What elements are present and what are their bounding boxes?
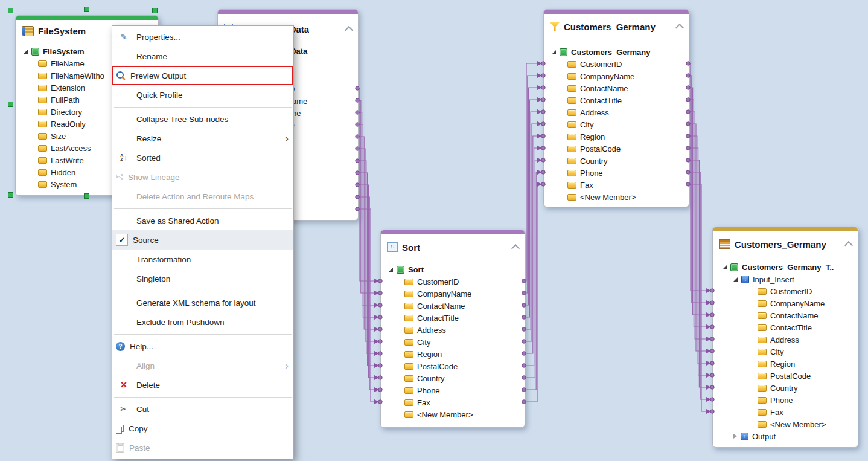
field-row[interactable]: City <box>758 346 858 358</box>
field-icon <box>38 85 47 91</box>
menu-item-copy[interactable]: Copy <box>112 419 293 438</box>
selection-handle[interactable] <box>84 193 89 199</box>
menu-item-source[interactable]: ✓Source <box>112 230 293 250</box>
collapse-chevron-icon[interactable] <box>345 26 353 34</box>
menu-item-cut[interactable]: Cut <box>112 399 293 419</box>
node-customers-germany-filter[interactable]: Customers_Germany Customers_Germany Cust… <box>543 9 689 207</box>
selection-handle[interactable] <box>84 7 89 12</box>
tree-root-row[interactable]: Customers_Germany <box>544 46 689 58</box>
field-row[interactable]: ContactName <box>404 300 525 312</box>
field-row[interactable]: CustomerID <box>758 285 858 297</box>
field-list: CustomerIDCompanyNameContactNameContactT… <box>381 276 525 421</box>
lineage-icon <box>116 174 123 180</box>
selection-handle[interactable] <box>152 8 158 13</box>
menu-item-quick-profile[interactable]: Quick Profile <box>112 85 293 105</box>
collapse-chevron-icon[interactable] <box>511 244 520 253</box>
field-row[interactable]: Phone <box>567 167 689 179</box>
connection-wire <box>524 76 538 293</box>
field-row[interactable]: Address <box>404 324 525 336</box>
menu-item-properties[interactable]: Properties... <box>112 27 293 47</box>
field-row[interactable]: <New Member> <box>758 418 858 430</box>
output-group-row[interactable]: ↑ Output <box>713 430 858 442</box>
field-row[interactable]: <New Member> <box>404 408 525 421</box>
field-row[interactable]: <New Member> <box>567 191 689 203</box>
input-group-row[interactable]: ↓ Input_Insert <box>713 273 858 285</box>
tree-root-row[interactable]: Customers_Germany_T.. <box>713 261 858 273</box>
menu-item-generate-xml-schema-for-layout[interactable]: Generate XML schema for layout <box>112 293 293 312</box>
field-row[interactable]: Region <box>758 358 858 370</box>
collapsed-triangle-icon[interactable] <box>733 434 737 439</box>
tree-root-row[interactable]: Sort <box>381 263 525 276</box>
field-row[interactable]: Country <box>404 372 525 384</box>
expanded-triangle-icon[interactable] <box>389 268 393 272</box>
field-row[interactable]: CompanyName <box>567 70 689 82</box>
expanded-triangle-icon[interactable] <box>24 50 28 54</box>
field-row[interactable]: Address <box>567 106 689 118</box>
menu-item-singleton[interactable]: Singleton <box>112 269 293 288</box>
menu-item-collapse-tree-sub-nodes[interactable]: Collapse Tree Sub-nodes <box>112 109 293 129</box>
connection-wire <box>688 124 707 351</box>
field-row[interactable]: ContactTitle <box>567 94 689 106</box>
field-row[interactable]: Fax <box>758 406 858 418</box>
field-icon <box>404 315 413 321</box>
menu-item-save-as-shared-action[interactable]: Save as Shared Action <box>112 211 293 230</box>
menu-item-help[interactable]: Help... <box>112 337 293 356</box>
menu-item-sorted[interactable]: Sorted <box>112 148 293 167</box>
menu-item-label: Help... <box>130 342 153 351</box>
selection-handle[interactable] <box>8 8 13 13</box>
field-row[interactable]: Country <box>567 155 689 167</box>
menu-item-transformation[interactable]: Transformation <box>112 250 293 269</box>
menu-item-delete[interactable]: Delete <box>112 375 293 395</box>
field-icon <box>38 109 47 115</box>
node-customers-germany-table[interactable]: Customers_Germany Customers_Germany_T.. … <box>712 227 858 448</box>
selection-handle[interactable] <box>8 102 13 107</box>
field-label: FullPath <box>51 95 80 105</box>
field-label: Region <box>417 350 442 359</box>
collapse-chevron-icon[interactable] <box>675 24 684 32</box>
node-sort[interactable]: ↑↓ Sort Sort CustomerIDCompanyNameContac… <box>380 230 525 428</box>
menu-item-preview-output[interactable]: Preview Output <box>112 66 293 85</box>
menu-item-resize[interactable]: Resize› <box>112 129 293 148</box>
field-icon <box>38 133 47 140</box>
field-row[interactable]: Phone <box>758 394 858 406</box>
field-icon <box>758 312 767 319</box>
field-row[interactable]: ContactTitle <box>758 321 858 334</box>
expanded-triangle-icon[interactable] <box>723 265 727 269</box>
field-row[interactable]: CustomerID <box>404 276 525 288</box>
field-row[interactable]: CompanyName <box>404 288 525 300</box>
collapse-chevron-icon[interactable] <box>844 241 853 250</box>
dataflow-canvas[interactable]: FileSystem FileSystem FileNameFileNameWi… <box>0 0 868 461</box>
field-row[interactable]: Country <box>758 382 858 394</box>
field-row[interactable]: PostalCode <box>567 143 689 155</box>
menu-item-rename[interactable]: Rename <box>112 47 293 66</box>
field-row[interactable]: ContactTitle <box>404 312 525 324</box>
field-icon <box>38 73 47 79</box>
field-row[interactable]: ContactName <box>567 82 689 94</box>
arrowhead-icon <box>374 399 379 404</box>
field-row[interactable]: Region <box>567 131 689 143</box>
field-row[interactable]: PostalCode <box>404 360 525 372</box>
expanded-triangle-icon[interactable] <box>552 50 556 54</box>
menu-item-exclude-from-pushdown[interactable]: Exclude from Pushdown <box>112 312 293 332</box>
field-row[interactable]: Region <box>404 348 525 360</box>
field-row[interactable]: CustomerID <box>567 58 689 70</box>
field-row[interactable]: Fax <box>567 179 689 191</box>
context-menu: Properties...RenamePreview OutputQuick P… <box>112 25 294 459</box>
selection-handle[interactable] <box>8 192 13 198</box>
connection-wire <box>357 197 375 390</box>
field-row[interactable]: City <box>404 336 525 348</box>
field-row[interactable]: CompanyName <box>758 297 858 309</box>
field-label: LastWrite <box>51 156 84 165</box>
field-label: ReadOnly <box>51 120 86 129</box>
field-row[interactable]: PostalCode <box>758 370 858 382</box>
menu-item-label: Delete <box>136 381 160 390</box>
field-row[interactable]: City <box>567 118 689 131</box>
field-row[interactable]: Fax <box>404 396 525 408</box>
connection-wire <box>688 112 707 339</box>
field-row[interactable]: ContactName <box>758 309 858 321</box>
field-row[interactable]: Phone <box>404 384 525 396</box>
expanded-triangle-icon[interactable] <box>733 277 738 282</box>
field-icon <box>404 387 413 394</box>
field-row[interactable]: Address <box>758 334 858 346</box>
field-icon <box>758 421 767 428</box>
